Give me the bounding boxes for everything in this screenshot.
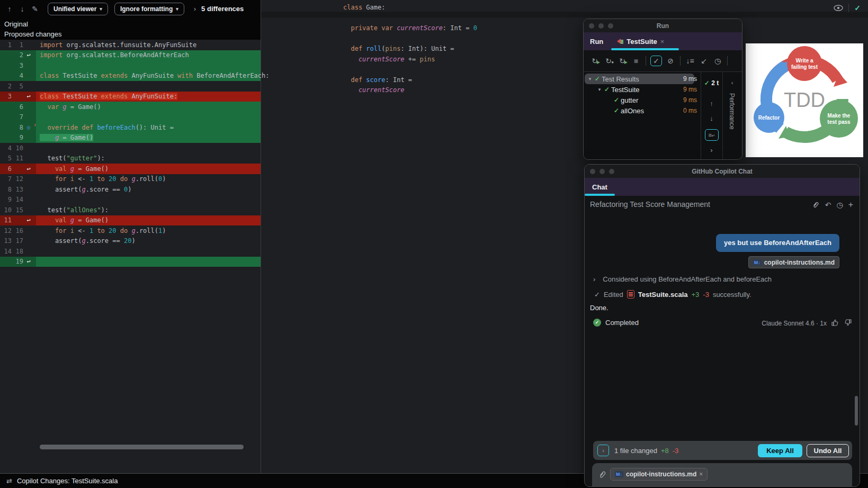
status-bar-text[interactable]: Copilot Changes: TestSuite.scala xyxy=(17,477,118,485)
diff-horizontal-scrollbar[interactable] xyxy=(0,445,261,450)
changes-removed: -3 xyxy=(673,447,679,455)
attachment-name: copilot-instructions.md xyxy=(626,471,696,478)
revert-change-icon[interactable]: ↩ xyxy=(23,93,34,100)
minimize-window-button[interactable] xyxy=(598,23,604,29)
old-line-number: 13 xyxy=(0,237,12,245)
old-line-number: 5 xyxy=(0,155,12,162)
redo-icon[interactable]: ↶ xyxy=(825,201,831,209)
diff-row: 4class TestSuite extends AnyFunSuite wit… xyxy=(0,71,261,82)
tab-testsuite[interactable]: TestSuite × xyxy=(617,38,664,46)
next-occurrence-button[interactable]: ↓ xyxy=(701,114,722,122)
input-attachments-row: M↓ copilot-instructions.md × xyxy=(598,468,708,481)
formatting-dropdown[interactable]: Ignore formatting ▾ xyxy=(114,3,184,15)
message-attachment-chip[interactable]: M↓ copilot-instructions.md xyxy=(748,256,839,268)
scrollbar-thumb[interactable] xyxy=(40,445,244,449)
context-attachment-chip[interactable]: M↓ copilot-instructions.md × xyxy=(610,468,708,481)
differences-count: 5 differences xyxy=(201,5,244,13)
test-history-button[interactable]: ◷ xyxy=(711,57,724,65)
rerun-failed-tests-button[interactable]: ↻● xyxy=(602,57,615,65)
toggle-auto-test-button[interactable]: ↻▶ xyxy=(615,57,629,65)
diff-gutter: 1317 xyxy=(0,236,36,247)
expand-chevron-icon[interactable]: ▾ xyxy=(596,87,603,92)
close-window-button[interactable] xyxy=(590,169,595,174)
run-window-titlebar[interactable]: Run xyxy=(584,19,742,32)
sort-tests-button[interactable]: ↓≡ xyxy=(683,57,697,65)
keep-all-button[interactable]: Keep All xyxy=(758,444,802,457)
attach-context-icon[interactable] xyxy=(812,201,820,209)
new-line-number: 2 xyxy=(12,51,23,59)
collapse-icon[interactable]: ‹ xyxy=(722,79,742,86)
zoom-window-button[interactable] xyxy=(609,169,614,174)
expand-changes-chevron[interactable]: › xyxy=(597,445,609,456)
expand-panel-chevron[interactable]: › xyxy=(701,146,722,154)
edit-icon[interactable]: ✎ xyxy=(29,5,41,13)
thought-text: Considered using BeforeAndAfterEach and … xyxy=(603,275,772,283)
test-tree-row-allones[interactable]: ✓allOnes0 ms xyxy=(584,105,701,116)
expand-chevron-icon[interactable]: › xyxy=(593,275,595,283)
paperclip-icon[interactable] xyxy=(598,471,606,478)
divider xyxy=(680,56,681,66)
editor-line: def score: Int = xyxy=(343,75,477,86)
minimize-window-button[interactable] xyxy=(599,169,605,174)
revert-change-icon[interactable]: ↩ xyxy=(23,216,34,224)
remove-attachment-icon[interactable]: × xyxy=(699,471,703,478)
chat-scrollbar-thumb[interactable] xyxy=(855,396,858,426)
original-label: Original xyxy=(4,19,61,29)
close-tab-icon[interactable]: × xyxy=(660,38,665,46)
viewer-mode-dropdown[interactable]: Unified viewer ▾ xyxy=(48,3,108,15)
revert-change-icon[interactable]: ↩ xyxy=(23,165,34,173)
zoom-window-button[interactable] xyxy=(608,23,613,29)
markdown-file-icon: M↓ xyxy=(753,259,762,266)
run-toolbar: ↻▶ ↻● ↻▶ ■ ✓ ⊘ ↓≡ ↙ ◷ xyxy=(584,50,742,72)
show-passed-toggle[interactable]: ✓ xyxy=(650,56,662,66)
test-filter-button[interactable]: ≡↵ xyxy=(705,129,719,141)
rerun-tests-button[interactable]: ↻▶ xyxy=(588,57,602,65)
thumbs-up-icon[interactable] xyxy=(831,319,839,327)
edited-file-name[interactable]: TestSuite.scala xyxy=(638,291,688,299)
stop-button[interactable]: ■ xyxy=(629,57,643,65)
revert-change-icon[interactable]: ↩ xyxy=(23,258,34,265)
editor-line: def roll(pins: Int): Unit = xyxy=(343,44,477,55)
import-test-results-button[interactable]: ↙ xyxy=(697,57,711,65)
old-line-number: 4 xyxy=(0,144,12,152)
window-controls xyxy=(589,23,613,29)
copilot-change-marker-icon[interactable]: ◎↑ xyxy=(23,124,34,130)
performance-tab[interactable]: Performance xyxy=(728,93,736,130)
diff-row: 2↩import org.scalatest.BeforeAndAfterEac… xyxy=(0,50,261,61)
undo-all-button[interactable]: Undo All xyxy=(807,444,849,457)
previous-difference-button[interactable]: ↑ xyxy=(3,5,16,13)
preview-eye-icon[interactable] xyxy=(834,5,843,11)
diff-code-text: val g = Game() xyxy=(36,216,109,224)
revert-change-icon[interactable]: ↩ xyxy=(23,51,34,59)
new-chat-icon[interactable]: + xyxy=(848,200,853,210)
tab-chat[interactable]: Chat xyxy=(592,183,607,191)
diff-row: 914 xyxy=(0,195,261,205)
completed-check-icon: ✓ xyxy=(593,319,601,327)
diff-row: 1418 xyxy=(0,246,261,257)
svg-text:test pass: test pass xyxy=(827,119,851,125)
markdown-file-icon: M↓ xyxy=(615,471,623,477)
thumbs-down-icon[interactable] xyxy=(844,319,852,327)
test-tree-row-gutter[interactable]: ✓gutter9 ms xyxy=(584,95,701,105)
expand-chevron-icon[interactable]: ▾ xyxy=(587,76,593,82)
show-ignored-toggle[interactable]: ⊘ xyxy=(664,57,677,65)
chevron-right-icon[interactable]: › xyxy=(194,5,196,13)
history-icon[interactable]: ◷ xyxy=(836,201,843,209)
test-tree-row-test-results[interactable]: ▾✓Test Results9 ms xyxy=(584,74,701,84)
inspections-ok-icon[interactable]: ✓ xyxy=(854,4,861,12)
diff-header: ↑ ↓ ✎ Unified viewer ▾ Ignore formatting… xyxy=(0,0,261,40)
test-tree-row-testsuite[interactable]: ▾✓TestSuite9 ms xyxy=(584,84,701,95)
diff-gutter: 511 xyxy=(0,153,36,164)
chat-input-box[interactable]: M↓ copilot-instructions.md × Agent ▾ Cla… xyxy=(592,463,852,487)
test-passed-icon: ✓ xyxy=(612,107,621,114)
thought-row[interactable]: › Considered using BeforeAndAfterEach an… xyxy=(593,275,772,283)
next-difference-button[interactable]: ↓ xyxy=(16,5,29,13)
pending-changes-bar: › 1 file changed +8 -3 Keep All Undo All xyxy=(593,441,852,460)
editor-line xyxy=(343,65,477,75)
tab-run[interactable]: Run xyxy=(590,38,603,46)
diff-code-rows: 11import org.scalatest.funsuite.AnyFunSu… xyxy=(0,40,261,267)
chat-window-titlebar[interactable]: GitHub Copilot Chat xyxy=(585,165,860,178)
previous-occurrence-button[interactable]: ↑ xyxy=(701,100,722,107)
close-window-button[interactable] xyxy=(589,23,594,29)
chat-message-input[interactable] xyxy=(597,485,843,487)
